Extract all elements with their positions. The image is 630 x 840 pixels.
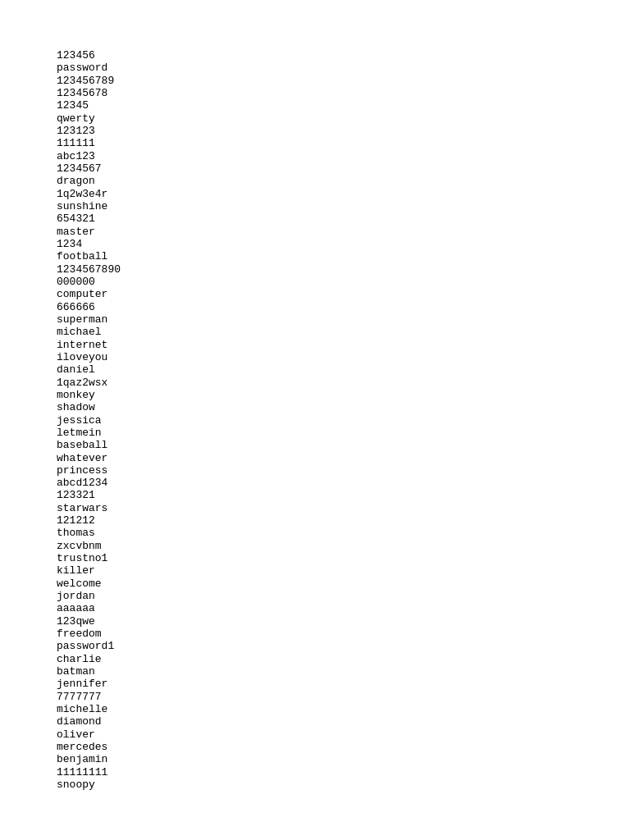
list-item: 123456789 bbox=[57, 75, 630, 87]
list-item: baseball bbox=[57, 439, 630, 451]
list-item: abcd1234 bbox=[57, 477, 630, 489]
list-item: starwars bbox=[57, 502, 630, 514]
list-item: 000000 bbox=[57, 276, 630, 288]
list-item: 123456 bbox=[57, 49, 630, 62]
list-item: princess bbox=[57, 464, 630, 477]
list-item: diamond bbox=[57, 715, 630, 728]
list-item: internet bbox=[57, 339, 630, 351]
list-item: michelle bbox=[57, 703, 630, 715]
list-item: letmein bbox=[57, 427, 630, 439]
list-item: 12345678 bbox=[57, 87, 630, 99]
list-item: 123321 bbox=[57, 489, 630, 501]
list-item: password bbox=[57, 62, 630, 74]
list-item: 1234 bbox=[57, 238, 630, 250]
list-item: daniel bbox=[57, 363, 630, 376]
list-item: shadow bbox=[57, 401, 630, 413]
list-item: superman bbox=[57, 313, 630, 326]
list-item: 7777777 bbox=[57, 691, 630, 703]
list-item: trustno1 bbox=[57, 552, 630, 564]
list-item: 666666 bbox=[57, 301, 630, 313]
password-list: 123456password1234567891234567812345qwer… bbox=[57, 49, 630, 791]
list-item: 123123 bbox=[57, 125, 630, 137]
list-item: 654321 bbox=[57, 212, 630, 225]
list-item: aaaaaa bbox=[57, 602, 630, 614]
list-item: 1234567890 bbox=[57, 263, 630, 276]
list-item: benjamin bbox=[57, 753, 630, 765]
list-item: iloveyou bbox=[57, 351, 630, 363]
list-item: football bbox=[57, 250, 630, 262]
list-item: jordan bbox=[57, 590, 630, 602]
list-item: 121212 bbox=[57, 514, 630, 527]
list-item: michael bbox=[57, 326, 630, 338]
list-item: password1 bbox=[57, 640, 630, 652]
list-item: qwerty bbox=[57, 112, 630, 125]
list-item: oliver bbox=[57, 728, 630, 741]
list-item: master bbox=[57, 226, 630, 238]
list-item: monkey bbox=[57, 389, 630, 401]
list-item: charlie bbox=[57, 653, 630, 665]
list-item: 1q2w3e4r bbox=[57, 188, 630, 200]
list-item: sunshine bbox=[57, 200, 630, 212]
list-item: freedom bbox=[57, 628, 630, 640]
list-item: 12345 bbox=[57, 99, 630, 112]
list-item: killer bbox=[57, 564, 630, 577]
list-item: snoopy bbox=[57, 778, 630, 791]
list-item: 123qwe bbox=[57, 615, 630, 628]
list-item: 111111 bbox=[57, 137, 630, 149]
list-item: 1234567 bbox=[57, 162, 630, 175]
list-item: computer bbox=[57, 288, 630, 300]
list-item: welcome bbox=[57, 578, 630, 590]
list-item: dragon bbox=[57, 175, 630, 187]
list-item: abc123 bbox=[57, 150, 630, 162]
list-item: mercedes bbox=[57, 741, 630, 753]
list-item: jennifer bbox=[57, 678, 630, 690]
list-item: zxcvbnm bbox=[57, 540, 630, 552]
list-item: 1qaz2wsx bbox=[57, 377, 630, 389]
list-item: batman bbox=[57, 665, 630, 678]
list-item: 11111111 bbox=[57, 766, 630, 778]
list-item: jessica bbox=[57, 414, 630, 427]
list-item: thomas bbox=[57, 527, 630, 539]
list-item: whatever bbox=[57, 452, 630, 464]
